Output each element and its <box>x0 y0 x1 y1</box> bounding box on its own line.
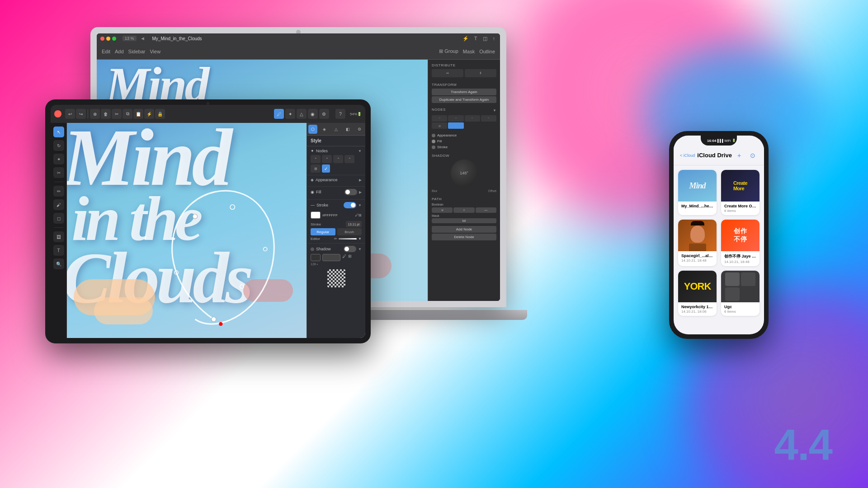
more-btn[interactable]: ⊙ <box>748 150 758 160</box>
library-btn[interactable]: ◫ <box>481 35 489 42</box>
select-tool[interactable]: ↖ <box>53 127 64 137</box>
share-btn[interactable]: ↑ <box>491 35 497 42</box>
fill-item[interactable]: Fill <box>432 138 496 144</box>
transform-again-btn[interactable]: Transform Again <box>432 89 496 95</box>
node-type-1[interactable]: ⌃ <box>311 155 321 163</box>
action-btn[interactable]: ⚡ <box>144 109 154 119</box>
node-square-btn[interactable]: ⊞ <box>311 164 321 173</box>
fill-toggle[interactable] <box>344 189 357 195</box>
style-tab-layer[interactable]: ◧ <box>343 125 352 134</box>
stroke-line-preview <box>339 238 357 239</box>
eyedropper-icon[interactable]: 🖊 <box>355 213 359 217</box>
add-menu[interactable]: Add <box>113 48 125 55</box>
auto-trace-btn[interactable]: ⚡ <box>461 35 470 42</box>
sidebar-menu[interactable]: Sidebar <box>127 48 147 55</box>
rotate-tool[interactable]: ↻ <box>53 140 64 151</box>
node-check-btn[interactable]: ✓ <box>322 164 330 173</box>
pen-tool-btn[interactable]: ✦ <box>285 109 295 119</box>
undo-btn[interactable]: ↩ <box>65 109 75 119</box>
node-tool-btn[interactable]: 🖊 <box>274 109 284 119</box>
brush-btn[interactable]: Brush <box>337 228 362 235</box>
node-btn-2[interactable]: ⌃ <box>448 115 463 122</box>
pen-draw-tool[interactable]: ✏ <box>53 186 64 197</box>
settings-tool-btn[interactable]: ⚙ <box>319 109 329 119</box>
group-btn[interactable]: ⊞ Group <box>438 47 460 55</box>
edit-menu[interactable]: Edit <box>100 48 112 55</box>
fill-tool-btn[interactable]: ◉ <box>308 109 318 119</box>
shadow-preview: 148° <box>451 160 478 187</box>
node-btn-4[interactable]: ⌃ <box>481 115 496 122</box>
file-name-space: Spacegirl_...alicerabbit <box>681 253 713 258</box>
view-menu[interactable]: View <box>148 48 162 55</box>
regular-btn[interactable]: Regular <box>311 228 335 235</box>
delete-node-btn[interactable]: Delete Node <box>432 234 496 240</box>
image-tool[interactable]: 🖼 <box>53 231 64 242</box>
appearance-item[interactable]: Appearance <box>432 132 496 138</box>
distribute-v-btn[interactable]: ⇕ <box>465 69 496 77</box>
mask-btn[interactable]: Mask <box>462 48 476 55</box>
node-type-2[interactable]: ⌃ <box>322 155 332 163</box>
add-node-btn[interactable]: Add Node <box>432 226 496 233</box>
distribute-h-btn[interactable]: ⇔ <box>432 69 463 77</box>
node-type-3[interactable]: ⌃ <box>333 155 343 163</box>
outline-btn[interactable]: Outline <box>478 48 496 55</box>
file-item-create[interactable]: CreateMore Create More Oliv... 6 items <box>721 170 760 215</box>
import-btn[interactable]: ⊕ <box>90 109 100 119</box>
node-type-4[interactable]: ⌃ <box>344 155 354 163</box>
stroke-toggle[interactable] <box>344 202 356 208</box>
stroke-width-value[interactable]: 13.11 pt <box>346 221 362 227</box>
style-tab-gradient[interactable]: △ <box>331 125 340 134</box>
shadow-color-2[interactable] <box>322 254 340 261</box>
scissors-tool[interactable]: ✂ <box>53 167 64 178</box>
node-btn-5[interactable]: ⊞ <box>432 122 447 129</box>
boolean-intersect-btn[interactable]: ∩ <box>453 207 474 213</box>
eraser-tool[interactable]: ◻ <box>53 213 64 224</box>
nodes-chevron-icon[interactable]: ▼ <box>358 149 362 153</box>
editor-chevron-icon[interactable]: ▼ <box>358 237 362 241</box>
shadow-arrow-icon[interactable]: ▼ <box>358 247 362 251</box>
stroke-color-swatch[interactable] <box>311 211 321 219</box>
help-btn[interactable]: ? <box>335 109 345 119</box>
lock-btn[interactable]: 🔒 <box>155 109 165 119</box>
opacity-icon[interactable]: ⊞ <box>359 213 362 217</box>
file-item-space[interactable]: Spacegirl_...alicerabbit 14.10.21, 18:48 <box>678 220 717 266</box>
node-btn-1[interactable]: ⌃ <box>432 115 447 122</box>
stroke-arrow-icon[interactable]: ▼ <box>358 203 362 207</box>
mask-btn[interactable]: txt <box>432 218 496 223</box>
appearance-chevron-icon[interactable]: ▶ <box>359 178 362 182</box>
boolean-subtract-btn[interactable]: — <box>476 207 496 213</box>
stroke-text: Stroke <box>316 203 328 207</box>
back-button[interactable]: < iCloud <box>680 153 695 158</box>
close-btn[interactable] <box>54 110 61 117</box>
style-tab-fill[interactable]: ◈ <box>320 125 329 134</box>
file-item-york[interactable]: YORK Newyorkcity 1 Brushes 14.10.21, 18:… <box>678 271 717 316</box>
shadow-color-1[interactable] <box>311 254 321 261</box>
add-btn[interactable]: + <box>734 150 744 160</box>
node-edit-tool[interactable]: ✦ <box>53 154 64 164</box>
shadow-toggle[interactable] <box>344 246 356 252</box>
style-tab-node[interactable]: ⬡ <box>308 125 317 134</box>
shadow-settings-icon[interactable]: ⊞ <box>348 254 352 261</box>
duplicate-transform-btn[interactable]: Duplicate and Transform Again <box>432 96 496 103</box>
file-item-mind[interactable]: Mind My_Mind_...he_Clouds <box>678 170 717 215</box>
node-btn-check[interactable]: ✓ <box>448 122 463 129</box>
brush-tool[interactable]: 🖌 <box>53 199 64 210</box>
boolean-union-btn[interactable]: ∪ <box>432 207 453 213</box>
fill-arrow-icon[interactable]: ▶ <box>359 190 362 194</box>
cut-btn[interactable]: ✂ <box>112 109 122 119</box>
text-tool[interactable]: T <box>53 245 64 256</box>
paste-btn[interactable]: 📋 <box>133 109 143 119</box>
node-btn-3[interactable]: ⌃ <box>465 115 480 122</box>
copy-btn[interactable]: ⧉ <box>123 109 132 119</box>
file-item-create2[interactable]: 创作不停 创作不停 Jaye Kang 14.10.21, 18:48 <box>721 220 760 266</box>
shape-tool-btn[interactable]: △ <box>297 109 307 119</box>
stroke-item[interactable]: Stroke <box>432 144 496 150</box>
shadow-eyedropper-icon[interactable]: 🖊 <box>342 254 346 261</box>
redo-btn[interactable]: ↪ <box>76 109 86 119</box>
style-tab-settings[interactable]: ⚙ <box>355 125 364 134</box>
shadow-label: Shadow <box>432 154 496 158</box>
zoom-out-tool[interactable]: 🔍 <box>53 258 64 269</box>
file-item-ugc[interactable]: Ugc 6 items <box>721 271 760 316</box>
delete-btn[interactable]: 🗑 <box>101 109 111 119</box>
text-on-path-btn[interactable]: T <box>473 35 479 42</box>
